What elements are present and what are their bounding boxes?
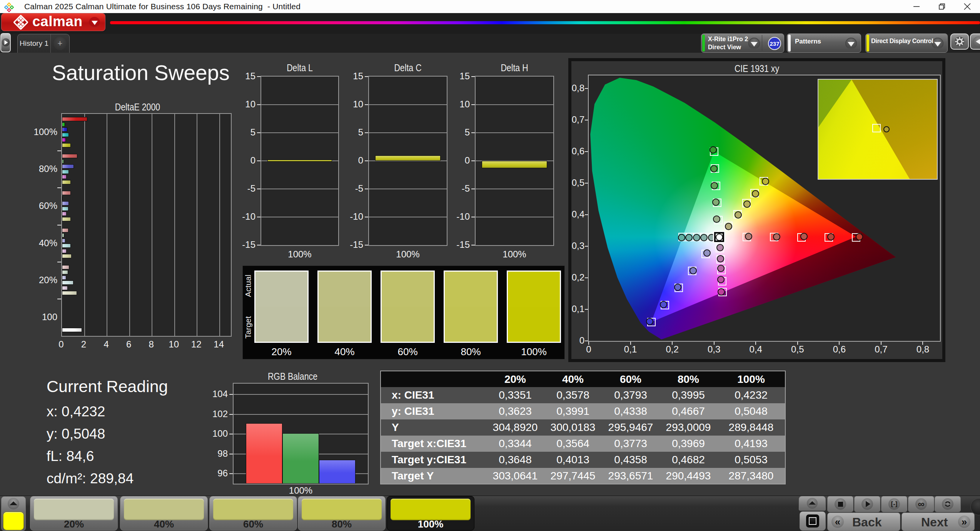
deltaL-chart-title: Delta L: [267, 62, 332, 74]
pattern-sample-80%[interactable]: 80%: [298, 496, 386, 531]
table-row-label: Target x:CIE31: [381, 436, 486, 452]
calman-menu-button[interactable]: calman: [1, 13, 105, 31]
table-row-target-x-cie31: Target x:CIE310,33440,35640,37730,39690,…: [381, 436, 785, 452]
deltaH-y-tick-label: -5: [446, 183, 470, 194]
deltaE-group-label: 20%: [19, 275, 57, 286]
deltaE-bar-80%-5: [62, 180, 71, 184]
transport-expand-button[interactable]: [799, 496, 826, 511]
table-cell: 0,4682: [659, 452, 717, 468]
swatch-label-100%: 100%: [507, 346, 561, 358]
swatch-actual-40%: [319, 272, 371, 307]
pattern-sample-60%[interactable]: 60%: [209, 496, 297, 531]
calman-logo-icon: [13, 15, 28, 30]
deltaE-bar-40%-1: [62, 233, 64, 237]
pattern-sample-100%[interactable]: 100%: [387, 496, 474, 531]
collapse-panel-button[interactable]: [970, 33, 980, 50]
cie-measured-cyan-60: [693, 234, 700, 241]
deltaC-y-tick-label: -10: [339, 211, 363, 222]
table-cell: 0,3351: [486, 387, 544, 403]
display-control-dropdown[interactable]: Direct Display Control: [865, 33, 948, 53]
cie-y-tick-label: 0,8: [566, 83, 584, 94]
pattern-swatch-20%: [34, 499, 114, 520]
table-row-label: x: CIE31: [381, 387, 486, 403]
cie-x-tick-label: 0,4: [744, 344, 767, 355]
tab-history-1[interactable]: History 1: [18, 34, 51, 53]
tab-scroll-button[interactable]: [0, 33, 11, 52]
cie-x-tick-label: 0,2: [661, 344, 684, 355]
swatch-target-20%: [255, 307, 307, 342]
deltaE-bar-80%-4: [62, 175, 67, 179]
next-button[interactable]: Next »: [902, 513, 975, 531]
title-bar: Calman 2025 Calman Ultimate for Business…: [0, 0, 980, 13]
table-cell: 295,9467: [602, 419, 659, 436]
table-row-label: Y: [381, 419, 486, 436]
pattern-label-80%: 80%: [298, 519, 385, 529]
table-col-header: 80%: [659, 371, 717, 387]
swatch-actual-20%: [255, 272, 307, 307]
table-cell: 300,0183: [544, 419, 602, 436]
close-button[interactable]: [955, 0, 980, 13]
next-icon: »: [958, 516, 970, 528]
deltaC-y-tick-label: 5: [339, 127, 363, 138]
infinity-icon: ∞: [915, 498, 927, 510]
pattern-sample-20%[interactable]: 20%: [30, 496, 118, 531]
restore-icon: [938, 2, 946, 11]
deltaH-x-label: 100%: [475, 249, 554, 260]
deltaE-bar-60%-3: [62, 207, 68, 211]
window-title: Calman 2025 Calman Ultimate for Business…: [24, 2, 301, 11]
loop-button[interactable]: [935, 496, 961, 512]
deltaE-x-tick-label: 8: [144, 339, 159, 350]
deltaE-bar-20%-2: [62, 276, 66, 280]
deltaL-y-tick-label: -5: [232, 183, 255, 194]
deltaE-bar-60%-1: [62, 196, 63, 200]
stop-button[interactable]: [827, 496, 853, 512]
deltaC-chart-title: Delta C: [376, 62, 441, 74]
minimize-button[interactable]: [904, 0, 929, 13]
deltaL-chart: [260, 76, 339, 246]
swatch-60%: [381, 271, 435, 343]
infinity-button[interactable]: ∞: [908, 496, 934, 512]
pattern-label-60%: 60%: [210, 519, 297, 529]
deltaC-y-tick-label: -5: [339, 183, 363, 194]
pattern-sample-40%[interactable]: 40%: [120, 496, 208, 531]
swatch-target-label: Target: [244, 308, 254, 347]
chevron-down-icon: [748, 38, 760, 49]
play-button[interactable]: [854, 496, 880, 512]
deltaE-bar-40%-2: [62, 239, 65, 243]
deltaH-y-tick-label: 15: [446, 71, 470, 82]
current-pattern-swatch[interactable]: [3, 512, 24, 530]
meter-count-badge[interactable]: 237: [768, 37, 781, 50]
cie-measured-green-40: [712, 199, 720, 206]
back-button[interactable]: « Back: [827, 513, 900, 531]
deltaE-bar-60%-0: [62, 191, 71, 195]
range-button[interactable]: [-]: [881, 496, 907, 512]
deltaH-y-tick-label: -10: [446, 211, 470, 222]
restore-button[interactable]: [929, 0, 955, 13]
deltaE-x-tick-label: 6: [121, 339, 137, 350]
patterns-dropdown[interactable]: Patterns: [787, 33, 861, 53]
deltaE-bar-100-5: [62, 328, 82, 332]
table-cell: 0,4232: [717, 387, 785, 403]
cie-measured-blue-80: [660, 301, 667, 308]
settings-gear-button[interactable]: [950, 33, 969, 50]
brand-label: calman: [32, 13, 83, 30]
meter-dropdown[interactable]: X-Rite i1Pro 2 Direct View 237: [701, 33, 784, 53]
cie-inset-target: [872, 124, 881, 132]
cie-white-point-measured: [716, 234, 723, 241]
table-row-y: Y304,8920300,0183295,9467293,0009289,844…: [381, 419, 785, 436]
cie-measured-blue-60: [674, 284, 681, 291]
pattern-swatch-80%: [302, 499, 382, 520]
cie-measured-red-60: [800, 233, 808, 240]
add-tab-button[interactable]: +: [51, 34, 69, 53]
deltaE-x-tick-label: 12: [189, 339, 204, 350]
plus-icon: +: [53, 37, 67, 50]
deltaE-chart-title: DeltaE 2000: [68, 101, 207, 113]
table-cell: 0,3564: [544, 436, 602, 452]
cie-measured-red-80: [827, 233, 835, 240]
gear-icon: [954, 36, 965, 47]
pattern-window-button[interactable]: [800, 511, 826, 531]
deltaC-y-tick-label: 10: [339, 99, 363, 110]
cie-x-tick-label: 0,3: [703, 344, 726, 355]
deltaE-group-label: 40%: [19, 238, 57, 249]
stop-icon: [835, 498, 846, 510]
